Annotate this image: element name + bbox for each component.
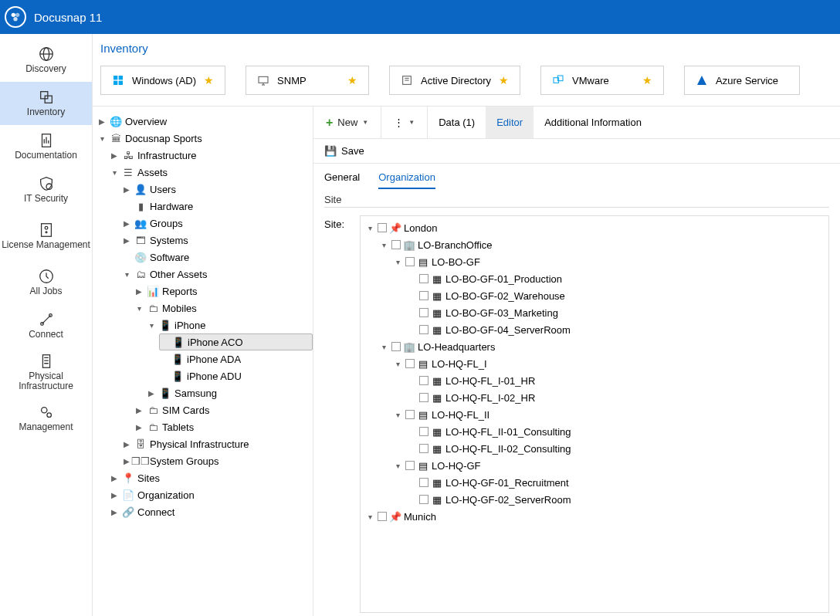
checkbox[interactable]	[405, 257, 415, 266]
tree-hardware[interactable]: ▶▮Hardware	[122, 198, 313, 215]
tree-iphone-adu[interactable]: ▶📱iPhone ADU	[159, 367, 313, 384]
site-lohqfl1-1[interactable]: ▶▦LO-HQ-FL_I-01_HR	[407, 372, 828, 389]
nav-license[interactable]: License Management	[0, 212, 92, 261]
site-lobo3[interactable]: ▶▦LO-BO-GF-03_Marketing	[407, 304, 828, 321]
tree-sites[interactable]: ▶📍Sites	[110, 469, 313, 486]
header-row: Inventory	[93, 34, 840, 58]
room-icon: ▦	[432, 477, 442, 488]
tree-other[interactable]: ▾🗂Other Assets	[122, 266, 313, 283]
tree-sim[interactable]: ▶🗀SIM Cards	[134, 401, 313, 418]
tab-data[interactable]: Data (1)	[428, 107, 486, 138]
connect-icon	[38, 311, 55, 328]
checkbox[interactable]	[391, 240, 401, 249]
tree-reports[interactable]: ▶📊Reports	[134, 283, 313, 300]
tree-groups[interactable]: ▶👥Groups	[122, 215, 313, 232]
chevron-down-icon: ▼	[408, 119, 415, 126]
checkbox[interactable]	[419, 495, 428, 504]
globe-icon: 🌐	[110, 115, 122, 127]
checkbox[interactable]	[419, 308, 428, 317]
checkbox[interactable]	[419, 427, 428, 436]
tree-software[interactable]: ▶💿Software	[122, 249, 313, 266]
chip-windows-label: Windows (AD)	[132, 75, 196, 86]
site-lobo2[interactable]: ▶▦LO-BO-GF-02_Warehouse	[407, 287, 828, 304]
nav-alljobs[interactable]: All Jobs	[0, 261, 92, 304]
tree-infra[interactable]: ▶🖧Infrastructure	[110, 147, 313, 164]
site-lohqfl2-2[interactable]: ▶▦LO-HQ-FL_II-02_Consulting	[407, 440, 828, 457]
phone-icon: 📱	[159, 387, 171, 399]
site-tree: ▾📌London ▾🏢LO-BranchOffice ▾▤LO-BO-GF	[360, 215, 829, 613]
nav-documentation[interactable]: Documentation	[0, 125, 92, 168]
site-lohqfl2-1[interactable]: ▶▦LO-HQ-FL_II-01_Consulting	[407, 423, 828, 440]
site-munich[interactable]: ▾📌Munich	[365, 508, 828, 525]
tree-mobiles-label: Mobiles	[162, 303, 197, 314]
nav-management[interactable]: Management	[0, 397, 92, 440]
tree-physinfra[interactable]: ▶🗄Physical Infrastructure	[122, 435, 313, 452]
svg-point-16	[41, 408, 46, 413]
site-lohqfl1-2[interactable]: ▶▦LO-HQ-FL_I-02_HR	[407, 389, 828, 406]
chip-snmp[interactable]: SNMP ★	[246, 66, 369, 95]
checkbox[interactable]	[419, 376, 428, 385]
tree-tablets[interactable]: ▶🗀Tablets	[134, 418, 313, 435]
site-lobogf[interactable]: ▾▤LO-BO-GF	[393, 253, 828, 270]
site-lobo1[interactable]: ▶▦LO-BO-GF-01_Production	[407, 270, 828, 287]
site-lobo4[interactable]: ▶▦LO-BO-GF-04_ServerRoom	[407, 321, 828, 338]
chevron-down-icon: ▼	[362, 119, 368, 126]
form-tab-general[interactable]: General	[324, 171, 360, 189]
checkbox[interactable]	[419, 444, 428, 453]
chip-vmware[interactable]: VMware ★	[540, 66, 664, 95]
site-lohqgf2[interactable]: ▶▦LO-HQ-GF-02_ServerRoom	[407, 491, 828, 508]
svg-rect-18	[113, 76, 117, 80]
save-button[interactable]: Save	[341, 145, 364, 157]
toolbar-more-group[interactable]: ⋮ ▼	[381, 107, 428, 138]
floor-icon: ▤	[418, 460, 428, 471]
tab-editor[interactable]: Editor	[486, 107, 533, 138]
chevron-down-icon: ▾	[147, 321, 156, 330]
floor-icon: ▤	[418, 409, 428, 420]
nav-discovery[interactable]: Discovery	[0, 39, 92, 82]
tree-iphone-aco[interactable]: ▶📱iPhone ACO	[159, 333, 313, 350]
site-london[interactable]: ▾📌London	[365, 219, 828, 236]
tree-users[interactable]: ▶👤Users	[122, 181, 313, 198]
chevron-down-icon: ▾	[97, 134, 107, 143]
nav-itsecurity[interactable]: IT Security	[0, 168, 92, 212]
checkbox[interactable]	[419, 274, 428, 283]
tree-overview[interactable]: ▶ 🌐 Overview	[97, 113, 313, 130]
form-tab-organization[interactable]: Organization	[378, 171, 435, 189]
checkbox[interactable]	[405, 410, 415, 419]
tree-mobiles[interactable]: ▾🗀Mobiles	[134, 300, 313, 316]
site-lohq[interactable]: ▾🏢LO-Headquarters	[379, 338, 828, 355]
tree-connect[interactable]: ▶🔗Connect	[110, 503, 313, 520]
nav-physical[interactable]: Physical Infrastructure	[0, 347, 92, 397]
nav-inventory[interactable]: Inventory	[0, 82, 92, 125]
room-icon: ▦	[432, 290, 442, 301]
checkbox[interactable]	[419, 291, 428, 300]
checkbox[interactable]	[391, 342, 401, 351]
site-lohqgf[interactable]: ▾▤LO-HQ-GF	[393, 457, 828, 474]
tree-organization[interactable]: ▶📄Organization	[110, 486, 313, 503]
tree-root[interactable]: ▾ 🏛 Docusnap Sports	[97, 130, 313, 147]
chip-ad[interactable]: Active Directory ★	[389, 66, 520, 95]
site-lobranch[interactable]: ▾🏢LO-BranchOffice	[379, 236, 828, 253]
new-button[interactable]: + New ▼	[326, 116, 368, 130]
chip-windows-ad[interactable]: Windows (AD) ★	[100, 66, 225, 95]
checkbox[interactable]	[378, 512, 387, 521]
tree-systems[interactable]: ▶🗔Systems	[122, 232, 313, 249]
checkbox[interactable]	[405, 359, 415, 368]
site-lohqfl1[interactable]: ▾▤LO-HQ-FL_I	[393, 355, 828, 372]
checkbox[interactable]	[419, 393, 428, 402]
tree-samsung[interactable]: ▶📱Samsung	[147, 384, 313, 401]
tree-sysgroups[interactable]: ▶❒❒System Groups	[122, 452, 313, 469]
tree-reports-label: Reports	[162, 286, 198, 297]
checkbox[interactable]	[419, 325, 428, 334]
checkbox[interactable]	[419, 478, 428, 487]
tree-iphone-ada[interactable]: ▶📱iPhone ADA	[159, 350, 313, 367]
chip-azure[interactable]: Azure Service	[684, 66, 800, 95]
nav-connect[interactable]: Connect	[0, 304, 92, 347]
site-lohqgf1[interactable]: ▶▦LO-HQ-GF-01_Recruitment	[407, 474, 828, 491]
tree-assets[interactable]: ▾☰Assets	[110, 164, 313, 181]
checkbox[interactable]	[405, 461, 415, 470]
toolbar-addl-info[interactable]: Additional Information	[533, 117, 652, 128]
tree-iphone[interactable]: ▾📱iPhone	[147, 316, 313, 333]
checkbox[interactable]	[378, 223, 387, 232]
site-lohqfl2[interactable]: ▾▤LO-HQ-FL_II	[393, 406, 828, 423]
